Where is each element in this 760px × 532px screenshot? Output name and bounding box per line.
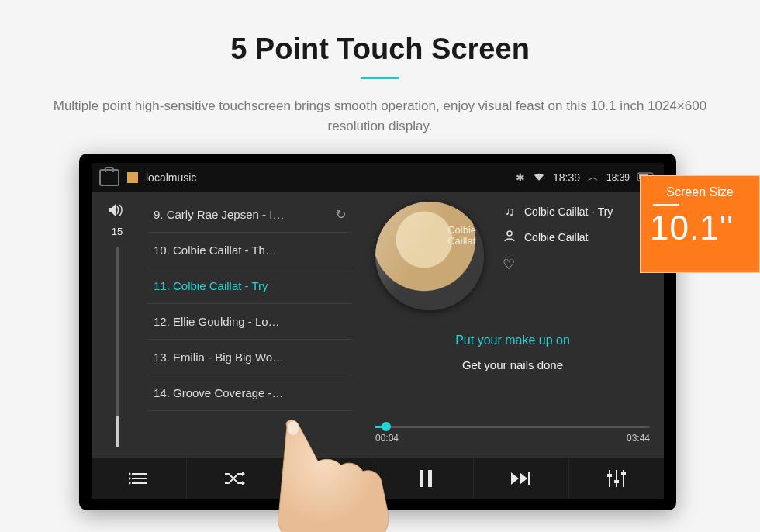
playlist-item[interactable]: 9. Carly Rae Jepsen - I…↻ bbox=[147, 197, 352, 233]
screen-size-callout: Screen Size 10.1'' bbox=[640, 175, 760, 273]
volume-column: 15 bbox=[92, 192, 143, 458]
transport-controls bbox=[92, 458, 664, 499]
progress-area: 00:04 03:44 bbox=[375, 426, 650, 444]
album-text-1: Colbie bbox=[447, 224, 476, 236]
clock-primary: 18:39 bbox=[553, 171, 580, 184]
svg-rect-17 bbox=[607, 474, 612, 477]
previous-button[interactable] bbox=[282, 458, 378, 499]
equalizer-button[interactable] bbox=[569, 458, 664, 499]
next-button[interactable] bbox=[474, 458, 569, 499]
callout-underline bbox=[653, 204, 679, 206]
playlist-item[interactable]: 10. Colbie Caillat - Th… bbox=[147, 233, 352, 268]
home-icon[interactable] bbox=[99, 169, 119, 186]
svg-point-7 bbox=[129, 473, 131, 475]
lyric-current: Put your make up on bbox=[375, 333, 650, 347]
title-underline bbox=[361, 77, 399, 79]
playlist-item[interactable]: 14. Groove Coverage -… bbox=[147, 375, 352, 411]
device-frame: localmusic ✱ 18:39 ︿ 18:39 15 9. Carly R… bbox=[79, 154, 676, 510]
speaker-icon[interactable] bbox=[109, 203, 126, 221]
playlist-item[interactable]: 11. Colbie Caillat - Try bbox=[147, 268, 352, 304]
progress-slider[interactable] bbox=[375, 426, 650, 428]
clock-secondary: 18:39 bbox=[606, 172, 630, 183]
artist-name: Colbie Caillat bbox=[524, 231, 588, 244]
svg-rect-10 bbox=[320, 472, 323, 485]
playlist[interactable]: 9. Carly Rae Jepsen - I…↻10. Colbie Cail… bbox=[143, 192, 352, 458]
loop-icon[interactable]: ↻ bbox=[336, 207, 346, 222]
person-icon bbox=[503, 230, 516, 245]
chevron-up-icon[interactable]: ︿ bbox=[588, 171, 599, 185]
app-label: localmusic bbox=[146, 171, 196, 184]
volume-level: 15 bbox=[112, 226, 123, 237]
svg-point-3 bbox=[507, 231, 512, 236]
time-total: 03:44 bbox=[627, 433, 650, 444]
svg-rect-18 bbox=[614, 480, 619, 483]
svg-rect-12 bbox=[428, 470, 432, 487]
album-text-2: Caillat bbox=[447, 235, 475, 247]
playlist-button[interactable] bbox=[92, 458, 187, 499]
pause-button[interactable] bbox=[378, 458, 474, 499]
now-playing-panel: Colbie Caillat ♫ Colbie Caillat - Try bbox=[352, 192, 664, 458]
music-note-icon: ♫ bbox=[503, 205, 516, 219]
page-subtitle: Multiple point high-sensitive touchscree… bbox=[47, 96, 713, 136]
status-bar: localmusic ✱ 18:39 ︿ 18:39 bbox=[92, 163, 664, 192]
album-art: Colbie Caillat bbox=[375, 202, 484, 310]
folder-icon[interactable] bbox=[127, 172, 138, 183]
lyric-next: Get your nails done bbox=[375, 358, 650, 371]
bluetooth-icon: ✱ bbox=[516, 171, 525, 184]
svg-rect-19 bbox=[621, 472, 626, 475]
time-elapsed: 00:04 bbox=[375, 433, 399, 444]
main-area: 15 9. Carly Rae Jepsen - I…↻10. Colbie C… bbox=[92, 192, 664, 458]
callout-value: 10.1'' bbox=[650, 209, 750, 247]
svg-point-9 bbox=[129, 482, 131, 485]
svg-rect-11 bbox=[420, 470, 423, 487]
volume-slider[interactable] bbox=[116, 247, 119, 447]
svg-point-8 bbox=[129, 478, 131, 480]
playlist-item[interactable]: 12. Ellie Goulding - Lo… bbox=[147, 304, 352, 340]
shuffle-button[interactable] bbox=[187, 458, 282, 499]
playlist-item[interactable]: 13. Emilia - Big Big Wo… bbox=[147, 340, 352, 375]
callout-title: Screen Size bbox=[650, 185, 750, 199]
page-title: 5 Point Touch Screen bbox=[0, 33, 760, 66]
heart-icon[interactable]: ♡ bbox=[503, 256, 515, 273]
device-screen: localmusic ✱ 18:39 ︿ 18:39 15 9. Carly R… bbox=[92, 163, 664, 499]
svg-rect-13 bbox=[528, 472, 530, 485]
wifi-icon bbox=[533, 171, 545, 184]
track-title: Colbie Caillat - Try bbox=[524, 206, 613, 218]
